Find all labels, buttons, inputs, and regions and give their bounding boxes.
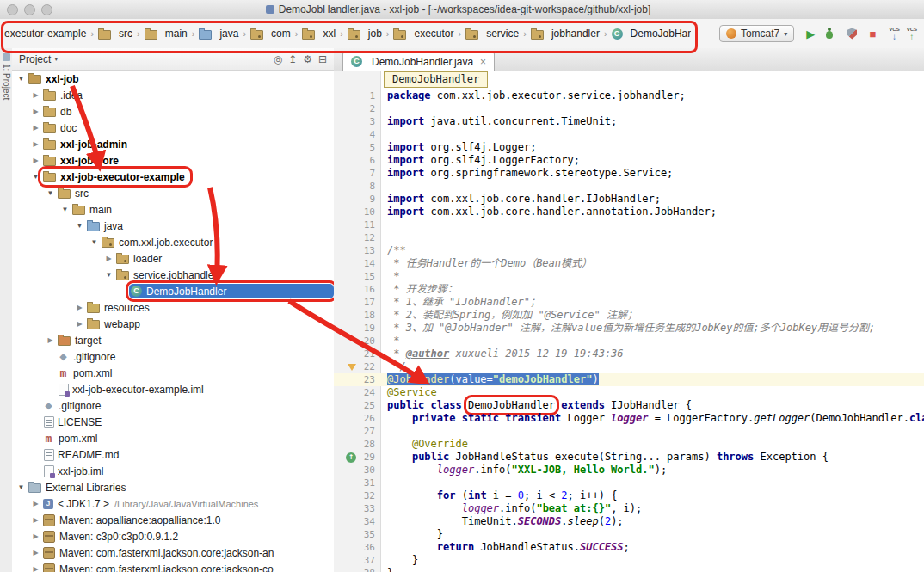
gutter-cell[interactable]: 38 (334, 567, 380, 572)
tree-row[interactable]: ▶xxl-job-admin (12, 136, 334, 152)
tree-expander[interactable]: ▶ (30, 516, 41, 524)
tree-row[interactable]: ▶db (12, 103, 334, 120)
tree-row[interactable]: xxl-job-executor-example.iml (12, 381, 334, 397)
code-line[interactable]: 34 TimeUnit.SECONDS.sleep(2); (334, 515, 924, 528)
tree-expander[interactable]: ▼ (59, 206, 71, 213)
tree-row[interactable]: ▼service.jobhandler (12, 267, 334, 283)
gutter-cell[interactable]: 28 (334, 438, 380, 451)
tree-expander[interactable]: ▼ (15, 483, 27, 491)
tree-row[interactable]: ▶Maven: com.fasterxml.jackson.core:jacks… (12, 544, 334, 561)
code-line[interactable]: 25public class DemoJobHandler extends IJ… (334, 399, 924, 412)
gutter-cell[interactable]: 3 (334, 115, 380, 128)
tree-row[interactable]: ▶.idea (12, 87, 334, 103)
hide-panel-icon[interactable]: ⊟ (318, 53, 327, 65)
gutter-cell[interactable]: 7 (334, 167, 380, 180)
code-line[interactable]: 17 * 1、继承 "IJobHandler"； (334, 296, 924, 309)
tree-expander[interactable]: ▶ (30, 108, 41, 115)
code-line[interactable]: 9import com.xxl.job.core.handler.IJobHan… (334, 193, 924, 206)
tree-expander[interactable]: ▶ (103, 255, 114, 262)
coverage-button[interactable] (845, 28, 859, 40)
gutter-cell[interactable]: 36 (334, 541, 380, 554)
tree-expander[interactable]: ▼ (89, 238, 100, 246)
code-line[interactable]: 36 return JobHandleStatus.SUCCESS; (334, 541, 924, 554)
code-line[interactable]: 32 for (int i = 0; i < 2; i++) { (334, 489, 924, 502)
gutter-cell[interactable]: 11 (334, 218, 380, 231)
gutter-cell[interactable]: 37 (334, 554, 380, 567)
code-line[interactable]: 27 (334, 425, 924, 438)
gutter-cell[interactable]: 1 (334, 89, 380, 102)
code-line[interactable]: 4 (334, 128, 924, 141)
settings-gear-icon[interactable]: ⚙ (303, 53, 312, 65)
breadcrumb-item[interactable]: executor (391, 27, 455, 40)
gutter-cell[interactable]: 34 (334, 515, 380, 528)
breadcrumb-item[interactable]: main (143, 27, 189, 40)
gutter-cell[interactable]: 21 (334, 348, 380, 360)
tree-expander[interactable]: ▶ (30, 140, 41, 148)
code-line[interactable]: 12 (334, 231, 924, 244)
breadcrumb-item[interactable]: service (464, 27, 521, 40)
gutter-cell[interactable]: 13 (334, 244, 380, 257)
code-line[interactable]: 35 } (334, 528, 924, 541)
tree-expander[interactable]: ▶ (30, 91, 41, 99)
close-window-button[interactable] (7, 4, 18, 15)
code-line[interactable]: 11 (334, 218, 924, 231)
code-line[interactable]: ↑29 public JobHandleStatus execute(Strin… (334, 451, 924, 464)
tree-expander[interactable]: ▼ (74, 222, 85, 230)
gutter-cell[interactable]: 16 (334, 283, 380, 296)
tree-row[interactable]: xxl-job.iml (12, 463, 334, 479)
tree-row[interactable]: ▶Maven: com.fasterxml.jackson.core:jacks… (12, 561, 334, 572)
gutter-cell[interactable]: 8 (334, 180, 380, 193)
gutter-cell[interactable]: 32 (334, 489, 380, 502)
gutter-cell[interactable]: 14 (334, 257, 380, 270)
code-line[interactable]: 16 * 开发步骤： (334, 283, 924, 296)
tree-row[interactable]: ▶webapp (12, 316, 334, 332)
tree-row[interactable]: ▼xxl-job (12, 71, 334, 87)
gutter-cell[interactable]: 33 (334, 502, 380, 515)
gutter-cell[interactable]: 30 (334, 464, 380, 477)
code-line[interactable]: 8 (334, 180, 924, 193)
gutter-cell[interactable]: 18 (334, 309, 380, 322)
code-line[interactable]: 10import com.xxl.job.core.handler.annota… (334, 206, 924, 218)
tree-expander[interactable]: ▶ (74, 304, 85, 311)
tree-expander[interactable]: ▶ (30, 157, 41, 164)
tree-expander[interactable]: ▶ (30, 549, 41, 557)
code-line[interactable]: 23@JobHander(value="demoJobHandler") (334, 373, 924, 386)
code-line[interactable]: 7import org.springframework.stereotype.S… (334, 167, 924, 180)
gutter-cell[interactable]: 12 (334, 231, 380, 244)
tree-expander[interactable]: ▶ (45, 336, 56, 344)
close-tab-icon[interactable]: × (480, 56, 486, 68)
breadcrumb-item[interactable]: executor-example (3, 27, 88, 40)
gutter-cell[interactable]: 22 (334, 360, 380, 373)
breadcrumb-item[interactable]: job (346, 27, 384, 40)
tree-row[interactable]: CDemoJobHandler (12, 283, 334, 299)
vcs-commit-button[interactable]: VCS↑ (907, 27, 917, 41)
stop-button[interactable]: ■ (865, 28, 879, 40)
code-line[interactable]: 38} (334, 567, 924, 572)
code-line[interactable]: 3import java.util.concurrent.TimeUnit; (334, 115, 924, 128)
gutter-cell[interactable]: 9 (334, 193, 380, 206)
gutter-cell[interactable]: 27 (334, 425, 380, 438)
tree-row[interactable]: ▶loader (12, 250, 334, 267)
tree-row[interactable]: mpom.xml (12, 365, 334, 381)
tree-expander[interactable]: ▼ (103, 271, 114, 279)
code-line[interactable]: 24@Service (334, 386, 924, 399)
gutter-cell[interactable]: ↑29 (334, 451, 380, 464)
breadcrumb-item[interactable]: com (249, 27, 293, 40)
tree-row[interactable]: README.md (12, 446, 334, 463)
breadcrumb-item[interactable]: src (96, 27, 134, 40)
code-line[interactable]: 22 */ (334, 360, 924, 373)
breadcrumb-item[interactable]: jobhandler (529, 27, 601, 40)
chevron-down-icon[interactable]: ▾ (54, 55, 58, 63)
code-line[interactable]: 31 (334, 477, 924, 489)
tree-row[interactable]: LICENSE (12, 414, 334, 430)
tree-row[interactable]: ▼com.xxl.job.executor (12, 234, 334, 250)
tree-row[interactable]: ▼External Libraries (12, 479, 334, 495)
code-line[interactable]: 21 * @author xuxueli 2015-12-19 19:43:36 (334, 348, 924, 360)
code-line[interactable]: 28 @Override (334, 438, 924, 451)
breadcrumb-item[interactable]: CDemoJobHandler (610, 27, 691, 40)
code-line[interactable]: 13/** (334, 244, 924, 257)
code-editor[interactable]: DemoJobHandler 1package com.xxl.job.exec… (334, 71, 924, 572)
tree-row[interactable]: ▶Maven: aopalliance:aopalliance:1.0 (12, 512, 334, 528)
tree-expander[interactable]: ▶ (30, 500, 41, 507)
code-line[interactable]: 37 } (334, 554, 924, 567)
